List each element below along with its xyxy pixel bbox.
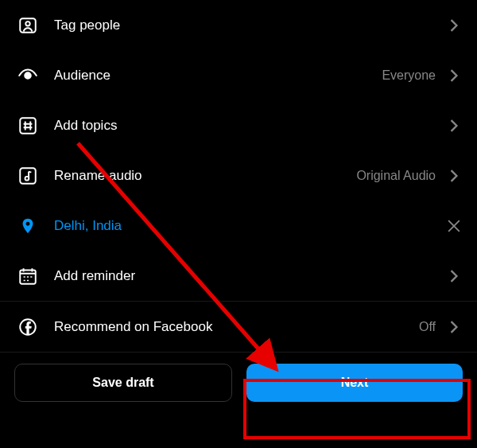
- chevron-right-icon: [447, 68, 461, 83]
- add-reminder-row[interactable]: Add reminder: [0, 251, 477, 301]
- svg-point-1: [25, 21, 29, 25]
- tag-people-label: Tag people: [54, 18, 447, 33]
- hashtag-icon: [16, 114, 40, 138]
- save-draft-button[interactable]: Save draft: [14, 364, 232, 402]
- footer-buttons: Save draft Next: [0, 352, 477, 413]
- add-reminder-label: Add reminder: [54, 268, 447, 284]
- location-row[interactable]: Delhi, India: [0, 201, 477, 251]
- calendar-icon: [16, 264, 40, 288]
- chevron-right-icon: [447, 119, 461, 133]
- add-topics-label: Add topics: [54, 118, 447, 134]
- location-label: Delhi, India: [54, 218, 447, 234]
- recommend-facebook-label: Recommend on Facebook: [54, 319, 419, 335]
- chevron-right-icon: [447, 18, 461, 33]
- location-pin-icon: [16, 214, 40, 238]
- rename-audio-value: Original Audio: [356, 169, 436, 183]
- tag-people-row[interactable]: Tag people: [0, 0, 477, 50]
- svg-point-6: [26, 221, 30, 225]
- recommend-facebook-row[interactable]: Recommend on Facebook Off: [0, 302, 477, 352]
- svg-point-5: [25, 176, 29, 180]
- rename-audio-label: Rename audio: [54, 168, 356, 184]
- audience-row[interactable]: Audience Everyone: [0, 50, 477, 100]
- chevron-right-icon: [447, 169, 461, 183]
- svg-rect-3: [20, 118, 36, 134]
- rename-audio-row[interactable]: Rename audio Original Audio: [0, 150, 477, 201]
- facebook-icon: [16, 315, 40, 339]
- svg-point-2: [25, 72, 31, 79]
- add-topics-row[interactable]: Add topics: [0, 100, 477, 150]
- audio-icon: [16, 164, 40, 188]
- audience-icon: [16, 64, 40, 88]
- svg-rect-4: [20, 168, 36, 184]
- audience-value: Everyone: [382, 68, 436, 83]
- tag-people-icon: [16, 14, 40, 37]
- chevron-right-icon: [447, 320, 461, 334]
- audience-label: Audience: [54, 68, 382, 84]
- options-list: Tag people Audience Everyone Add topics: [0, 0, 477, 352]
- chevron-right-icon: [447, 269, 461, 283]
- next-button[interactable]: Next: [246, 364, 463, 402]
- recommend-facebook-value: Off: [419, 320, 436, 334]
- clear-location-button[interactable]: [447, 219, 461, 233]
